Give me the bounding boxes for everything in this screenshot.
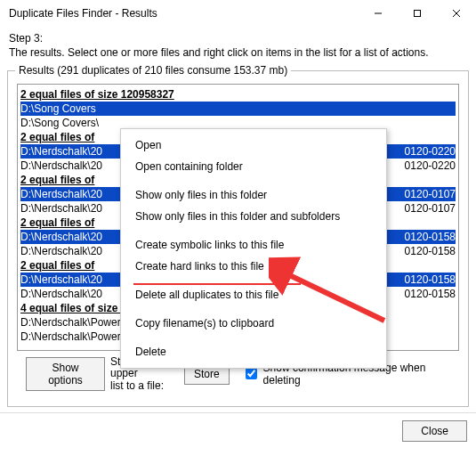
close-button[interactable]: Close (402, 420, 467, 442)
menu-item[interactable]: Delete all duplicates to this file (121, 284, 386, 305)
context-menu[interactable]: OpenOpen containing folderShow only file… (120, 128, 387, 369)
list-row[interactable]: 2 equal files of size 120958327 (20, 87, 456, 102)
close-window-button[interactable] (437, 0, 476, 27)
menu-separator (121, 227, 386, 234)
menu-item[interactable]: Open (121, 134, 386, 156)
menu-item[interactable]: Copy filename(s) to clipboard (121, 313, 386, 334)
menu-separator (121, 305, 386, 313)
svg-rect-1 (415, 11, 421, 17)
window-title: Duplicate Files Finder - Results (9, 7, 359, 20)
menu-item[interactable]: Show only files in this folder (121, 184, 386, 206)
step-label: Step 3: (9, 32, 467, 46)
menu-item[interactable]: Open containing folder (121, 156, 386, 177)
step-description: Step 3: The results. Select one or more … (0, 27, 476, 63)
annotation-underline (133, 283, 301, 285)
menu-item[interactable]: Show only files in this folder and subfo… (121, 206, 386, 227)
results-legend: Results (291 duplicates of 210 files con… (15, 64, 291, 77)
show-options-button[interactable]: Show options (26, 357, 105, 391)
titlebar: Duplicate Files Finder - Results (0, 0, 476, 27)
menu-item[interactable]: Create symbolic links to this file (121, 234, 386, 256)
menu-separator (121, 177, 386, 184)
menu-item[interactable]: Create hard links to this file (121, 256, 386, 277)
list-row[interactable]: D:\Song Covers (20, 102, 456, 116)
menu-separator (121, 334, 386, 341)
step-text: The results. Select one or more files an… (9, 46, 467, 61)
minimize-button[interactable] (359, 0, 398, 27)
maximize-button[interactable] (398, 0, 437, 27)
menu-item[interactable]: Delete (121, 341, 386, 362)
confirm-checkbox[interactable] (246, 368, 257, 379)
footer: Close (0, 412, 476, 449)
